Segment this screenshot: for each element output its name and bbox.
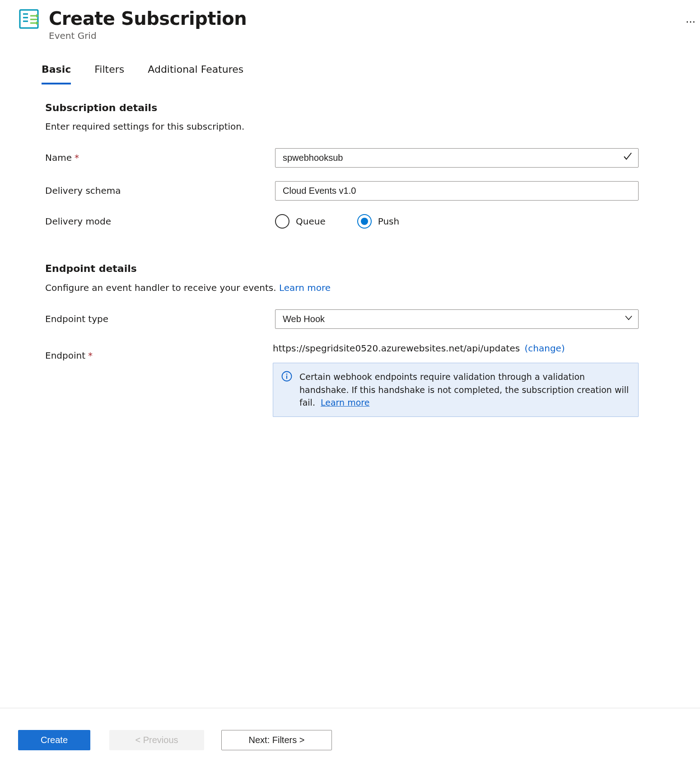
svg-point-5 xyxy=(286,374,288,375)
tab-filters[interactable]: Filters xyxy=(94,63,124,84)
next-button[interactable]: Next: Filters > xyxy=(221,730,332,750)
schema-input[interactable] xyxy=(275,181,639,201)
info-learn-more-link[interactable]: Learn more xyxy=(321,398,369,407)
mode-label: Delivery mode xyxy=(45,215,275,228)
svg-rect-6 xyxy=(286,375,287,379)
endpoint-type-label: Endpoint type xyxy=(45,313,275,325)
section-endpoint-desc: Configure an event handler to receive yo… xyxy=(45,282,639,294)
schema-label: Delivery schema xyxy=(45,185,275,197)
section-endpoint-title: Endpoint details xyxy=(45,262,639,276)
page-subtitle: Event Grid xyxy=(49,30,669,42)
tabs: Basic Filters Additional Features xyxy=(42,63,700,85)
tab-additional-features[interactable]: Additional Features xyxy=(148,63,243,84)
endpoint-value-text: https://spegridsite0520.azurewebsites.ne… xyxy=(273,343,520,354)
section-subscription-desc: Enter required settings for this subscri… xyxy=(45,121,639,133)
info-box: Certain webhook endpoints require valida… xyxy=(273,363,639,417)
mode-radio-push[interactable]: Push xyxy=(357,214,399,229)
endpoint-learn-more-link[interactable]: Learn more xyxy=(279,282,331,293)
endpoint-change-link[interactable]: (change) xyxy=(525,343,565,354)
more-button[interactable]: ··· xyxy=(681,14,700,28)
info-icon xyxy=(281,371,292,385)
radio-icon xyxy=(357,214,372,229)
endpoint-type-select[interactable] xyxy=(275,309,639,329)
radio-icon xyxy=(275,214,289,229)
page-title: Create Subscription xyxy=(49,6,669,31)
create-button[interactable]: Create xyxy=(18,730,90,750)
name-label: Name* xyxy=(45,152,275,164)
footer-separator xyxy=(0,708,700,708)
mode-radio-queue[interactable]: Queue xyxy=(275,214,326,229)
subscription-icon xyxy=(18,8,40,33)
name-input[interactable] xyxy=(275,148,639,168)
endpoint-label: Endpoint* xyxy=(45,342,273,362)
section-subscription-title: Subscription details xyxy=(45,101,639,115)
chevron-down-icon xyxy=(624,313,633,325)
tab-basic[interactable]: Basic xyxy=(42,63,71,84)
checkmark-icon xyxy=(622,151,633,165)
previous-button: < Previous xyxy=(109,730,204,750)
